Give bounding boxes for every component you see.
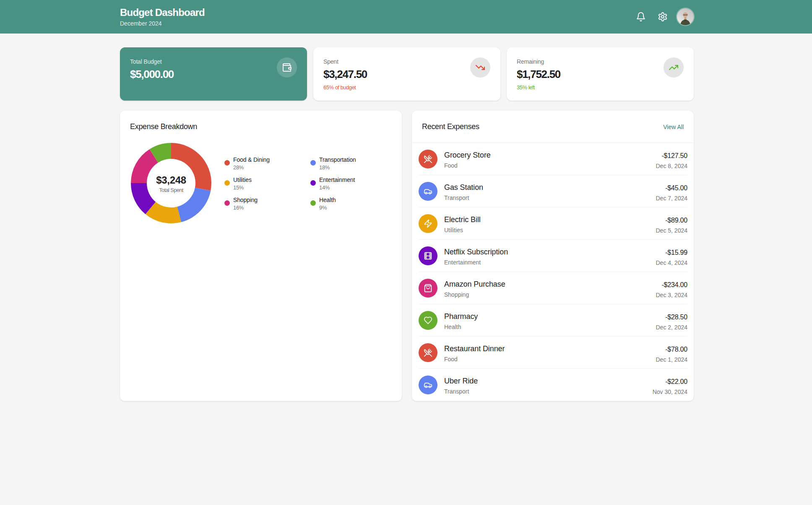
svg-text:$3,248: $3,248 <box>156 174 186 186</box>
svg-text:Total Spent: Total Spent <box>159 187 183 193</box>
